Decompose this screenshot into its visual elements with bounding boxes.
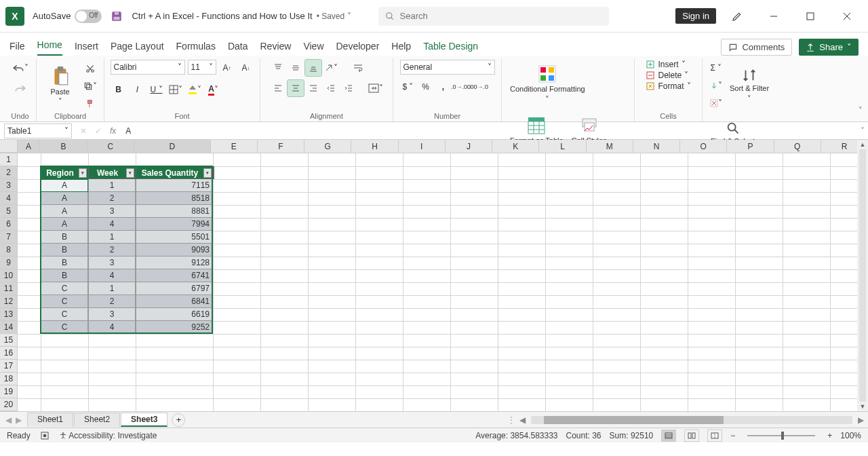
row-header-4[interactable]: 4 [0, 192, 18, 205]
sign-in-button[interactable]: Sign in [675, 8, 716, 24]
copy-icon[interactable]: ˅ [82, 78, 98, 94]
row-header-10[interactable]: 10 [0, 269, 18, 282]
maximize-icon[interactable] [795, 5, 826, 27]
zoom-level[interactable]: 100% [840, 431, 861, 440]
tab-data[interactable]: Data [228, 37, 248, 56]
table-cell[interactable]: C [41, 295, 88, 308]
vertical-scrollbar[interactable]: ▲▼ [857, 140, 868, 411]
pencil-icon[interactable] [722, 5, 753, 27]
row-header-17[interactable]: 17 [0, 360, 18, 373]
conditional-formatting-button[interactable]: Conditional Formatting ˅ [507, 60, 588, 109]
currency-icon[interactable]: $ ˅ [400, 79, 416, 95]
table-cell[interactable]: 3 [88, 205, 136, 218]
collapse-ribbon-icon[interactable]: ˅ [859, 106, 863, 115]
col-header-E[interactable]: E [211, 140, 258, 153]
col-header-B[interactable]: B [40, 140, 87, 153]
col-header-O[interactable]: O [680, 140, 727, 153]
row-header-1[interactable]: 1 [0, 153, 18, 166]
filter-dropdown-icon[interactable]: ▾ [79, 168, 87, 178]
autosave-toggle-icon[interactable]: Off [75, 10, 102, 23]
font-color-button[interactable]: A ˅ [205, 81, 222, 98]
sort-filter-button[interactable]: Sort & Filter ˅ [727, 61, 772, 110]
row-header-5[interactable]: 5 [0, 205, 18, 218]
expand-formula-icon[interactable]: ˅ [857, 126, 868, 136]
undo-button[interactable]: ˅ [12, 60, 28, 76]
percent-icon[interactable]: % [418, 79, 434, 95]
table-cell[interactable]: 6619 [136, 308, 213, 321]
zoom-in-button[interactable]: + [827, 431, 832, 440]
macro-recorder-icon[interactable] [40, 431, 50, 440]
number-format-dropdown[interactable]: General˅ [400, 60, 495, 75]
row-header-15[interactable]: 15 [0, 334, 18, 347]
align-middle-icon[interactable] [288, 60, 304, 76]
sheet-tab-sheet1[interactable]: Sheet1 [27, 413, 73, 427]
table-cell[interactable]: 4 [88, 218, 136, 231]
table-cell[interactable]: A [41, 192, 88, 205]
worksheet-grid[interactable]: ABCDEFGHIJKLMNOPQR 123456789101112131415… [0, 140, 868, 411]
format-cells-button[interactable]: Format ˅ [646, 81, 690, 91]
table-cell[interactable]: B [41, 231, 88, 244]
font-name-dropdown[interactable]: Calibri ˅ [111, 60, 185, 75]
delete-cells-button[interactable]: Delete ˅ [646, 71, 688, 80]
tab-formulas[interactable]: Formulas [176, 37, 216, 56]
table-cell[interactable]: B [41, 256, 88, 269]
table-cell[interactable]: A [41, 205, 88, 218]
table-cell[interactable]: 2 [88, 192, 136, 205]
format-painter-icon[interactable] [82, 96, 98, 112]
table-cell[interactable]: 7994 [136, 218, 213, 231]
row-header-7[interactable]: 7 [0, 231, 18, 244]
filter-dropdown-icon[interactable]: ▾ [203, 168, 212, 178]
table-header-region[interactable]: Region▾ [41, 167, 89, 178]
name-box[interactable]: Table1˅ [4, 124, 72, 138]
increase-font-icon[interactable]: A↑ [219, 60, 235, 76]
select-all-cell[interactable] [0, 140, 18, 153]
row-header-6[interactable]: 6 [0, 218, 18, 231]
increase-indent-icon[interactable] [340, 80, 357, 96]
font-size-dropdown[interactable]: 11 ˅ [188, 60, 216, 75]
col-header-L[interactable]: L [539, 140, 586, 153]
paste-button[interactable]: Paste ˅ [43, 62, 78, 111]
sheet-nav[interactable]: ◀▶ [0, 415, 27, 425]
align-left-icon[interactable] [270, 80, 286, 96]
cancel-formula-icon[interactable]: ✕ [76, 126, 91, 136]
table-cell[interactable]: 2 [88, 295, 136, 308]
align-top-icon[interactable] [270, 60, 286, 76]
row-header-18[interactable]: 18 [0, 373, 18, 385]
hscroll-right-icon[interactable]: ▶ [858, 415, 864, 425]
merge-center-icon[interactable]: ˅ [368, 80, 384, 96]
table-cell[interactable]: 9128 [136, 256, 213, 269]
filter-dropdown-icon[interactable]: ▾ [126, 168, 134, 178]
row-header-11[interactable]: 11 [0, 282, 18, 295]
accessibility-status[interactable]: Accessibility: Investigate [59, 431, 157, 440]
tab-developer[interactable]: Developer [336, 37, 380, 56]
wrap-text-icon[interactable] [350, 60, 366, 76]
comma-style-icon[interactable]: , [435, 79, 452, 95]
table-header-week[interactable]: Week▾ [89, 167, 136, 178]
tab-home[interactable]: Home [37, 35, 62, 56]
table-cell[interactable]: A [41, 218, 88, 231]
col-header-A[interactable]: A [18, 140, 41, 153]
tab-help[interactable]: Help [391, 37, 411, 56]
tab-table-design[interactable]: Table Design [423, 37, 478, 56]
table-cell[interactable]: C [41, 321, 88, 334]
enter-formula-icon[interactable]: ✓ [91, 126, 106, 136]
border-button[interactable]: ˅ [167, 81, 184, 98]
decrease-decimal-icon[interactable]: .00→.0 [471, 79, 487, 95]
normal-view-icon[interactable] [661, 430, 676, 442]
row-header-12[interactable]: 12 [0, 295, 18, 308]
page-layout-view-icon[interactable] [684, 430, 699, 442]
share-button[interactable]: Share ˅ [799, 39, 859, 56]
col-header-N[interactable]: N [633, 140, 680, 153]
table-cell[interactable]: 8881 [136, 205, 213, 218]
table-cell[interactable]: 5501 [136, 231, 213, 244]
col-header-I[interactable]: I [399, 140, 446, 153]
tab-file[interactable]: File [9, 37, 25, 56]
horizontal-scrollbar[interactable] [531, 416, 852, 424]
col-header-Q[interactable]: Q [774, 140, 821, 153]
sheet-tab-sheet2[interactable]: Sheet2 [74, 413, 120, 427]
autosave-control[interactable]: AutoSave Off [33, 10, 102, 23]
orientation-icon[interactable]: ˅ [323, 60, 339, 76]
table-cell[interactable]: 4 [88, 269, 136, 282]
fx-icon[interactable]: fx [106, 126, 120, 136]
table-cell[interactable]: B [41, 244, 88, 256]
